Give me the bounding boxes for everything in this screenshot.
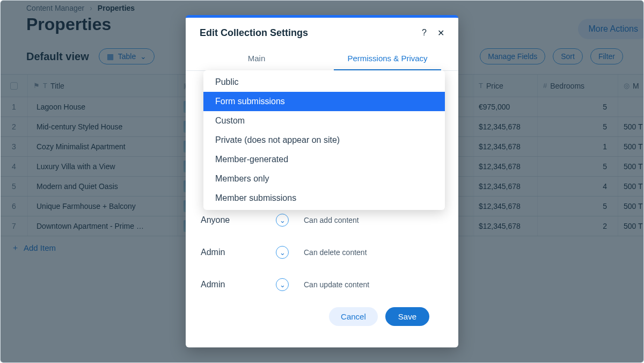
help-icon[interactable]: ? (422, 28, 427, 38)
modal-overlay: Edit Collection Settings ? ✕ Main Permis… (1, 1, 643, 362)
dropdown-option[interactable]: Member-generated (203, 150, 445, 169)
dropdown-option[interactable]: Form submissions (203, 92, 445, 111)
permission-row: Admin ⌄ Can update content (201, 268, 443, 301)
permission-row: Admin ⌄ Can delete content (201, 236, 443, 268)
save-button[interactable]: Save (385, 307, 429, 326)
chevron-down-icon: ⌄ (280, 281, 286, 289)
permission-role: Anyone (201, 215, 276, 225)
chevron-down-icon: ⌄ (280, 249, 286, 257)
dropdown-option[interactable]: Members only (203, 169, 445, 188)
cancel-button[interactable]: Cancel (329, 307, 378, 326)
permission-desc: Can delete content (304, 248, 443, 257)
close-icon[interactable]: ✕ (437, 28, 444, 38)
permission-role: Admin (201, 280, 276, 289)
role-selector[interactable]: ⌄ (276, 214, 289, 227)
dropdown-option[interactable]: Public (203, 72, 445, 92)
permission-desc: Can add content (304, 216, 443, 224)
dropdown-option[interactable]: Private (does not appear on site) (203, 130, 445, 150)
permission-role: Admin (201, 248, 276, 257)
role-selector[interactable]: ⌄ (276, 246, 289, 259)
modal-title: Edit Collection Settings (200, 27, 308, 39)
permission-desc: Can update content (304, 280, 443, 289)
dropdown-option[interactable]: Custom (203, 111, 445, 130)
role-selector[interactable]: ⌄ (276, 278, 289, 291)
tab-main[interactable]: Main (191, 46, 322, 70)
chevron-down-icon: ⌄ (280, 216, 286, 224)
tab-permissions[interactable]: Permissions & Privacy (322, 46, 453, 70)
privacy-dropdown[interactable]: PublicForm submissionsCustomPrivate (doe… (203, 70, 445, 210)
dropdown-option[interactable]: Member submissions (203, 188, 445, 208)
